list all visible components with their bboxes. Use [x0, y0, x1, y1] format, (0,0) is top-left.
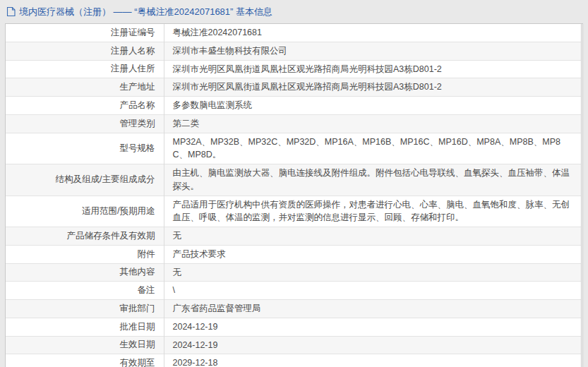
row-label: 生效日期 — [6, 336, 164, 354]
row-label-text: 注册人名称 — [111, 46, 155, 56]
row-value: 2024-12-19 — [164, 336, 581, 354]
row-label-text: 生效日期 — [120, 339, 155, 349]
row-value: \ — [164, 282, 581, 300]
row-label-text: 备注 — [138, 285, 155, 295]
table-row: 附件 产品技术要求 — [6, 245, 581, 263]
row-value: 粤械注准20242071681 — [164, 24, 581, 42]
row-label: 结构及组成/主要组成成分 — [6, 164, 164, 196]
row-value-text: 产品技术要求 — [173, 249, 226, 259]
row-value-text: 广东省药品监督管理局 — [173, 303, 261, 313]
page-title: 境内医疗器械（注册） —— “粤械注准20242071681” 基本信息 — [19, 6, 272, 18]
row-value: 深圳市丰盛生物科技有限公司 — [164, 42, 581, 60]
row-value-text: 深圳市光明区凤凰街道凤凰社区观光路招商局光明科技园A3栋D801-2 — [173, 64, 442, 74]
row-value-text: \ — [173, 285, 175, 295]
row-value-text: 深圳市丰盛生物科技有限公司 — [173, 46, 288, 56]
table-row: 备注 \ — [6, 282, 581, 300]
table-row: 注册证编号 粤械注准20242071681 — [6, 24, 581, 42]
row-value-text: 多参数脑电监测系统 — [173, 100, 253, 110]
row-label: 型号规格 — [6, 133, 164, 164]
row-label-text: 产品储存条件及有效期 — [67, 231, 155, 241]
row-value: 产品技术要求 — [164, 245, 581, 263]
table-row: 结构及组成/主要组成成分 由主机、脑电监测放大器、脑电连接线及附件组成。附件包括… — [6, 164, 581, 196]
row-label: 管理类别 — [6, 114, 164, 133]
table-row: 生产地址 深圳市光明区凤凰街道凤凰社区观光路招商局光明科技园A3栋D801-2 — [6, 78, 581, 97]
table-row: 产品储存条件及有效期 无 — [6, 227, 581, 246]
row-value-text: 2029-12-18 — [173, 358, 218, 367]
row-label: 有效期至 — [6, 354, 164, 367]
row-label-text: 管理类别 — [120, 119, 155, 128]
row-label: 附件 — [6, 245, 164, 263]
row-label-text: 附件 — [138, 249, 155, 259]
row-label: 注册人住所 — [6, 60, 164, 78]
row-label-text: 适用范围/预期用途 — [82, 206, 155, 216]
row-value-text: 由主机、脑电监测放大器、脑电连接线及附件组成。附件包括心电导联线、血氧探头、血压… — [173, 168, 570, 191]
row-value: 无 — [164, 227, 581, 246]
row-value: 广东省药品监督管理局 — [164, 300, 581, 318]
row-label: 备注 — [6, 282, 164, 300]
row-label-text: 注册人住所 — [111, 64, 155, 73]
table-row: 其他内容 无 — [6, 263, 581, 282]
row-value: 深圳市光明区凤凰街道凤凰社区观光路招商局光明科技园A3栋D801-2 — [164, 60, 581, 78]
table-row: 有效期至 2029-12-18 — [6, 354, 581, 367]
row-label-text: 审批部门 — [120, 303, 155, 313]
row-value: 深圳市光明区凤凰街道凤凰社区观光路招商局光明科技园A3栋D801-2 — [164, 78, 581, 97]
row-value-text: 无 — [173, 231, 182, 241]
table-row: 注册人名称 深圳市丰盛生物科技有限公司 — [6, 42, 581, 60]
table-row: 管理类别 第二类 — [6, 114, 581, 133]
row-label-text: 结构及组成/主要组成成分 — [56, 174, 155, 184]
row-value: 多参数脑电监测系统 — [164, 97, 581, 115]
registration-info-panel: 注册证编号 粤械注准20242071681 注册人名称 深圳市丰盛生物科技有限公… — [5, 23, 583, 367]
row-label: 生产地址 — [6, 78, 164, 97]
table-row: 注册人住所 深圳市光明区凤凰街道凤凰社区观光路招商局光明科技园A3栋D801-2 — [6, 60, 581, 78]
row-value-text: 深圳市光明区凤凰街道凤凰社区观光路招商局光明科技园A3栋D801-2 — [173, 82, 442, 92]
row-value: 无 — [164, 263, 581, 282]
row-label: 注册人名称 — [6, 42, 164, 60]
table-row: 生效日期 2024-12-19 — [6, 336, 581, 354]
row-label: 批准日期 — [6, 318, 164, 336]
page-header: 境内医疗器械（注册） —— “粤械注准20242071681” 基本信息 — [0, 0, 588, 23]
row-label: 产品名称 — [6, 97, 164, 115]
row-label-text: 型号规格 — [120, 143, 155, 153]
row-value-text: 第二类 — [173, 119, 200, 128]
row-value: 第二类 — [164, 114, 581, 133]
row-value: 2029-12-18 — [164, 354, 581, 367]
row-value-text: 无 — [173, 267, 182, 277]
row-value-text: MP32A、MP32B、MP32C、MP32D、MP16A、MP16B、MP16… — [173, 137, 560, 160]
row-label-text: 有效期至 — [120, 358, 155, 367]
row-value-text: 产品适用于医疗机构中供有资质的医师操作，对患者进行心电、心率、脑电、血氧饱和度、… — [173, 200, 570, 223]
row-value: 2024-12-19 — [164, 318, 581, 336]
table-row: 审批部门 广东省药品监督管理局 — [6, 300, 581, 318]
row-label-text: 注册证编号 — [111, 28, 155, 37]
table-row: 适用范围/预期用途 产品适用于医疗机构中供有资质的医师操作，对患者进行心电、心率… — [6, 195, 581, 227]
row-value: 产品适用于医疗机构中供有资质的医师操作，对患者进行心电、心率、脑电、血氧饱和度、… — [164, 195, 581, 227]
row-label: 其他内容 — [6, 263, 164, 282]
table-row: 型号规格 MP32A、MP32B、MP32C、MP32D、MP16A、MP16B… — [6, 133, 581, 164]
row-value: MP32A、MP32B、MP32C、MP32D、MP16A、MP16B、MP16… — [164, 133, 581, 164]
table-row: 批准日期 2024-12-19 — [6, 318, 581, 336]
row-value-text: 2024-12-19 — [173, 340, 218, 350]
row-label: 产品储存条件及有效期 — [6, 227, 164, 246]
row-value: 由主机、脑电监测放大器、脑电连接线及附件组成。附件包括心电导联线、血氧探头、血压… — [164, 164, 581, 196]
row-label-text: 产品名称 — [120, 100, 155, 110]
row-label: 审批部门 — [6, 300, 164, 318]
row-value-text: 2024-12-19 — [173, 322, 218, 332]
table-row: 产品名称 多参数脑电监测系统 — [6, 97, 581, 115]
row-label-text: 其他内容 — [120, 267, 155, 277]
row-label-text: 批准日期 — [120, 322, 155, 332]
row-label-text: 生产地址 — [120, 82, 155, 92]
document-icon — [6, 6, 16, 17]
registration-table: 注册证编号 粤械注准20242071681 注册人名称 深圳市丰盛生物科技有限公… — [6, 24, 581, 367]
row-label: 注册证编号 — [6, 24, 164, 42]
row-value-text: 粤械注准20242071681 — [173, 28, 262, 37]
row-label: 适用范围/预期用途 — [6, 195, 164, 227]
